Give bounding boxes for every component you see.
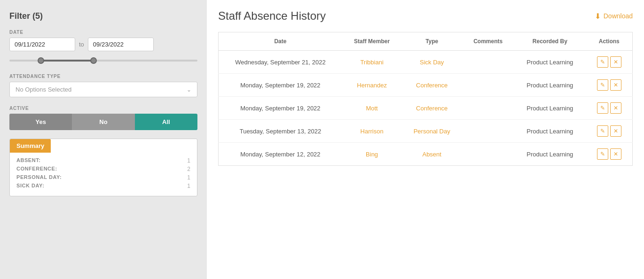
- edit-button[interactable]: ✎: [597, 79, 608, 91]
- actions-cell: ✎ ✕: [594, 79, 625, 91]
- type-link[interactable]: Personal Day: [414, 128, 450, 135]
- table-col-header: Actions: [586, 32, 633, 51]
- cell-date: Monday, September 19, 2022: [219, 97, 342, 120]
- delete-button[interactable]: ✕: [610, 125, 621, 137]
- type-link[interactable]: Conference: [416, 105, 448, 112]
- table-row: Tuesday, September 13, 2022HarrisonPerso…: [219, 120, 633, 143]
- attendance-type-label: ATTENDANCE TYPE: [9, 74, 197, 79]
- chevron-down-icon: ⌄: [187, 86, 191, 93]
- active-label: ACTIVE: [9, 106, 197, 111]
- cell-staff[interactable]: Tribbiani: [342, 51, 401, 74]
- summary-row-value: 1: [187, 183, 190, 189]
- actions-cell: ✎ ✕: [594, 148, 625, 160]
- summary-tab[interactable]: Summary: [10, 139, 51, 153]
- cell-recorded-by: Product Learning: [514, 97, 586, 120]
- date-end-input[interactable]: [88, 38, 154, 51]
- table-header-row: DateStaff MemberTypeCommentsRecorded ByA…: [219, 32, 633, 51]
- summary-row-label: ABSENT:: [16, 157, 41, 164]
- date-range-slider[interactable]: [9, 56, 197, 65]
- page-header: Staff Absence History ⬇ Download: [218, 9, 633, 23]
- cell-actions: ✎ ✕: [586, 143, 633, 166]
- table-col-header: Recorded By: [514, 32, 586, 51]
- cell-type[interactable]: Conference: [401, 74, 462, 97]
- cell-date: Monday, September 19, 2022: [219, 74, 342, 97]
- date-label: DATE: [9, 30, 197, 35]
- type-link[interactable]: Absent: [422, 151, 441, 158]
- table-col-header: Comments: [462, 32, 514, 51]
- actions-cell: ✎ ✕: [594, 56, 625, 68]
- staff-link[interactable]: Hernandez: [357, 82, 387, 89]
- edit-button[interactable]: ✎: [597, 56, 608, 68]
- table-row: Monday, September 19, 2022HernandezConfe…: [219, 74, 633, 97]
- toggle-all-button[interactable]: All: [135, 114, 197, 130]
- cell-type[interactable]: Conference: [401, 97, 462, 120]
- delete-button[interactable]: ✕: [610, 79, 621, 91]
- slider-fill: [41, 60, 94, 62]
- toggle-no-button[interactable]: No: [72, 114, 134, 130]
- summary-row-value: 2: [187, 166, 190, 172]
- active-section: ACTIVE Yes No All: [9, 106, 197, 130]
- slider-thumb-left[interactable]: [38, 57, 44, 64]
- cell-comments: [462, 97, 514, 120]
- cell-date: Monday, September 12, 2022: [219, 143, 342, 166]
- summary-row: PERSONAL DAY:1: [16, 174, 190, 181]
- cell-staff[interactable]: Harrison: [342, 120, 401, 143]
- table-col-header: Staff Member: [342, 32, 401, 51]
- edit-button[interactable]: ✎: [597, 148, 608, 160]
- cell-type[interactable]: Absent: [401, 143, 462, 166]
- table-col-header: Date: [219, 32, 342, 51]
- table-row: Wednesday, September 21, 2022TribbianiSi…: [219, 51, 633, 74]
- staff-link[interactable]: Mott: [366, 105, 377, 112]
- summary-body: ABSENT:1CONFERENCE:2PERSONAL DAY:1SICK D…: [10, 153, 197, 196]
- slider-thumb-right[interactable]: [90, 57, 97, 64]
- cell-recorded-by: Product Learning: [514, 143, 586, 166]
- cell-recorded-by: Product Learning: [514, 120, 586, 143]
- cell-date: Tuesday, September 13, 2022: [219, 120, 342, 143]
- summary-row-label: PERSONAL DAY:: [16, 174, 62, 181]
- summary-row-label: SICK DAY:: [16, 183, 44, 189]
- staff-link[interactable]: Bing: [366, 151, 378, 158]
- attendance-type-dropdown[interactable]: No Options Selected ⌄: [9, 82, 197, 97]
- date-start-input[interactable]: [9, 38, 75, 51]
- staff-link[interactable]: Harrison: [361, 128, 384, 135]
- delete-button[interactable]: ✕: [610, 102, 621, 114]
- cell-type[interactable]: Sick Day: [401, 51, 462, 74]
- download-icon: ⬇: [595, 12, 601, 21]
- table-header: DateStaff MemberTypeCommentsRecorded ByA…: [219, 32, 633, 51]
- cell-staff[interactable]: Bing: [342, 143, 401, 166]
- cell-actions: ✎ ✕: [586, 97, 633, 120]
- toggle-yes-button[interactable]: Yes: [9, 114, 72, 130]
- attendance-dropdown-placeholder: No Options Selected: [16, 86, 71, 93]
- cell-staff[interactable]: Mott: [342, 97, 401, 120]
- table-row: Monday, September 12, 2022BingAbsentProd…: [219, 143, 633, 166]
- download-label: Download: [604, 12, 633, 20]
- cell-date: Wednesday, September 21, 2022: [219, 51, 342, 74]
- cell-comments: [462, 51, 514, 74]
- table-col-header: Type: [401, 32, 462, 51]
- cell-actions: ✎ ✕: [586, 74, 633, 97]
- type-link[interactable]: Sick Day: [420, 59, 444, 66]
- summary-row: CONFERENCE:2: [16, 166, 190, 172]
- type-link[interactable]: Conference: [416, 82, 448, 89]
- cell-type[interactable]: Personal Day: [401, 120, 462, 143]
- summary-card: Summary ABSENT:1CONFERENCE:2PERSONAL DAY…: [9, 139, 197, 196]
- summary-row: ABSENT:1: [16, 157, 190, 164]
- absence-table: DateStaff MemberTypeCommentsRecorded ByA…: [218, 32, 633, 166]
- delete-button[interactable]: ✕: [610, 56, 621, 68]
- download-button[interactable]: ⬇ Download: [595, 12, 633, 21]
- edit-button[interactable]: ✎: [597, 125, 608, 137]
- staff-link[interactable]: Tribbiani: [360, 59, 383, 66]
- active-toggle-group: Yes No All: [9, 114, 197, 130]
- slider-track: [9, 60, 197, 62]
- delete-button[interactable]: ✕: [610, 148, 621, 160]
- date-to-label: to: [79, 41, 84, 48]
- cell-recorded-by: Product Learning: [514, 74, 586, 97]
- edit-button[interactable]: ✎: [597, 102, 608, 114]
- cell-comments: [462, 74, 514, 97]
- summary-row-value: 1: [187, 174, 190, 181]
- cell-staff[interactable]: Hernandez: [342, 74, 401, 97]
- page-title: Staff Absence History: [218, 9, 326, 23]
- cell-comments: [462, 143, 514, 166]
- date-range-row: to: [9, 38, 197, 51]
- actions-cell: ✎ ✕: [594, 102, 625, 114]
